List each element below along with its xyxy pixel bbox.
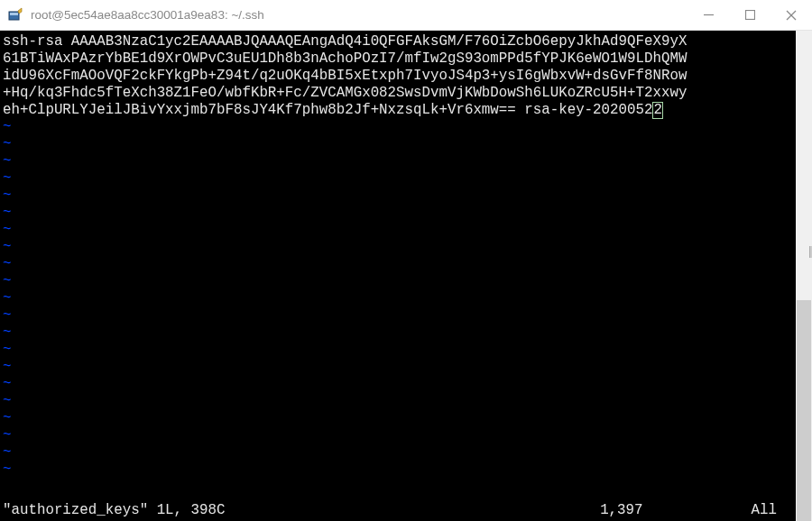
empty-line-tilde: ~ <box>3 256 794 273</box>
file-content-line: ssh-rsa AAAAB3NzaC1yc2EAAAABJQAAAQEAngAd… <box>3 33 794 50</box>
file-content-line: 61BTiWAxPAzrYbBE1d9XrOWPvC3uEU1Dh8b3nAch… <box>3 50 794 68</box>
titlebar: root@5ec54ae8aa8cc30001a9ea83: ~/.ssh <box>0 0 812 31</box>
empty-line-tilde: ~ <box>3 136 794 153</box>
empty-line-tilde: ~ <box>3 393 794 410</box>
scrollbar[interactable] <box>796 31 812 521</box>
window-title: root@5ec54ae8aa8cc30001a9ea83: ~/.ssh <box>31 8 264 22</box>
terminal-wrap: ssh-rsa AAAAB3NzaC1yc2EAAAABJQAAAQEAngAd… <box>0 31 812 521</box>
empty-line-tilde: ~ <box>3 205 794 222</box>
empty-line-tilde: ~ <box>3 273 794 290</box>
empty-line-tilde: ~ <box>3 119 794 136</box>
cursor: 2 <box>652 102 662 119</box>
maximize-button[interactable] <box>729 0 770 31</box>
scrollbar-thumb[interactable] <box>797 300 811 521</box>
titlebar-left: root@5ec54ae8aa8cc30001a9ea83: ~/.ssh <box>7 7 264 23</box>
empty-line-tilde: ~ <box>3 444 794 462</box>
empty-line-tilde: ~ <box>3 427 794 444</box>
file-content-line: +Hq/kq3Fhdc5fTeXch38Z1FeO/wbfKbR+Fc/ZVCA… <box>3 85 794 102</box>
close-button[interactable] <box>770 0 812 31</box>
empty-line-tilde: ~ <box>3 153 794 170</box>
vim-status-line: "authorized_keys" 1L, 398C 1,397 All <box>3 502 793 519</box>
scrollbar-track <box>796 31 812 521</box>
empty-line-tilde: ~ <box>3 324 794 342</box>
empty-line-tilde: ~ <box>3 376 794 393</box>
svg-rect-3 <box>745 11 754 20</box>
terminal[interactable]: ssh-rsa AAAAB3NzaC1yc2EAAAABJQAAAQEAngAd… <box>0 31 796 521</box>
empty-line-tilde: ~ <box>3 222 794 239</box>
empty-line-tilde: ~ <box>3 462 794 479</box>
empty-line-tilde: ~ <box>3 307 794 324</box>
status-view: All <box>752 502 793 519</box>
empty-line-tilde: ~ <box>3 170 794 187</box>
file-content-line: idU96XcFmAOoVQF2ckFYkgPb+Z94t/q2uOKq4bBI… <box>3 68 794 85</box>
empty-line-tilde: ~ <box>3 290 794 307</box>
window-controls <box>687 0 812 31</box>
minimize-button[interactable] <box>687 0 729 31</box>
empty-line-tilde: ~ <box>3 410 794 427</box>
file-content-line: eh+ClpURLYJeilJBivYxxjmb7bF8sJY4Kf7phw8b… <box>3 102 794 119</box>
status-filename: "authorized_keys" 1L, 398C <box>3 502 600 519</box>
empty-line-tilde: ~ <box>3 239 794 256</box>
empty-line-tilde: ~ <box>3 187 794 205</box>
empty-line-tilde: ~ <box>3 359 794 376</box>
status-position: 1,397 <box>600 502 751 519</box>
empty-line-tilde: ~ <box>3 342 794 359</box>
putty-icon <box>7 7 23 23</box>
svg-rect-1 <box>10 13 18 15</box>
